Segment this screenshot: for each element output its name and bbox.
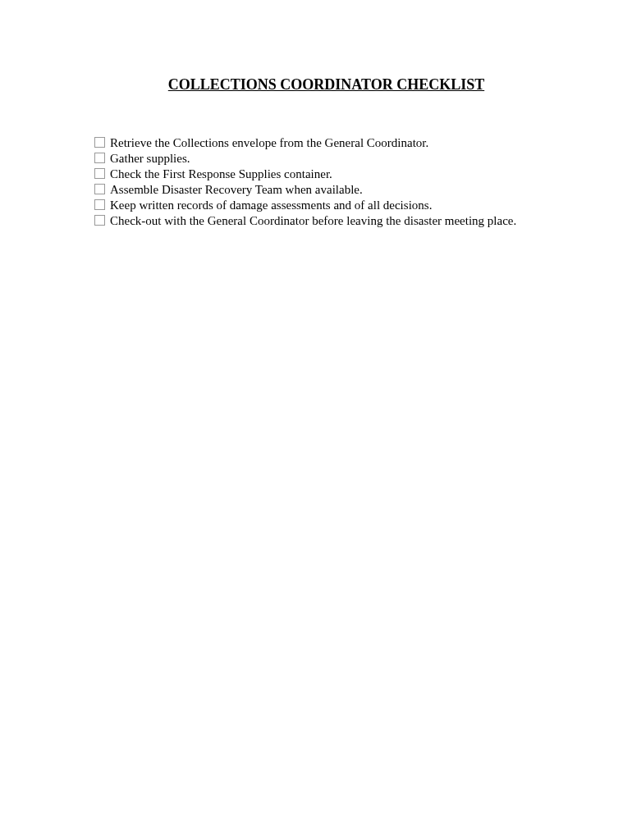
checklist-item-label: Gather supplies. [110,152,190,166]
checkbox-icon[interactable] [94,215,105,226]
page-title: COLLECTIONS COORDINATOR CHECKLIST [70,76,583,94]
checkbox-icon[interactable] [94,137,105,148]
checklist-item: Check-out with the General Coordinator b… [94,214,583,228]
checklist-item-label: Check the First Response Supplies contai… [110,167,332,181]
document-page: COLLECTIONS COORDINATOR CHECKLIST Retrie… [0,0,632,228]
checkbox-icon[interactable] [94,199,105,210]
checklist-item: Retrieve the Collections envelope from t… [94,136,583,150]
checklist-item-label: Check-out with the General Coordinator b… [110,214,516,228]
checklist-item: Gather supplies. [94,152,583,166]
checklist-item: Assemble Disaster Recovery Team when ava… [94,183,583,197]
checkbox-icon[interactable] [94,153,105,163]
checklist-item-label: Retrieve the Collections envelope from t… [110,136,428,150]
checklist-item: Check the First Response Supplies contai… [94,167,583,181]
checklist-item-label: Keep written records of damage assessmen… [110,199,432,212]
checklist-item-label: Assemble Disaster Recovery Team when ava… [110,183,363,197]
checklist-item: Keep written records of damage assessmen… [94,199,583,212]
checkbox-icon[interactable] [94,184,105,194]
checkbox-icon[interactable] [94,168,105,179]
checklist: Retrieve the Collections envelope from t… [94,136,583,228]
